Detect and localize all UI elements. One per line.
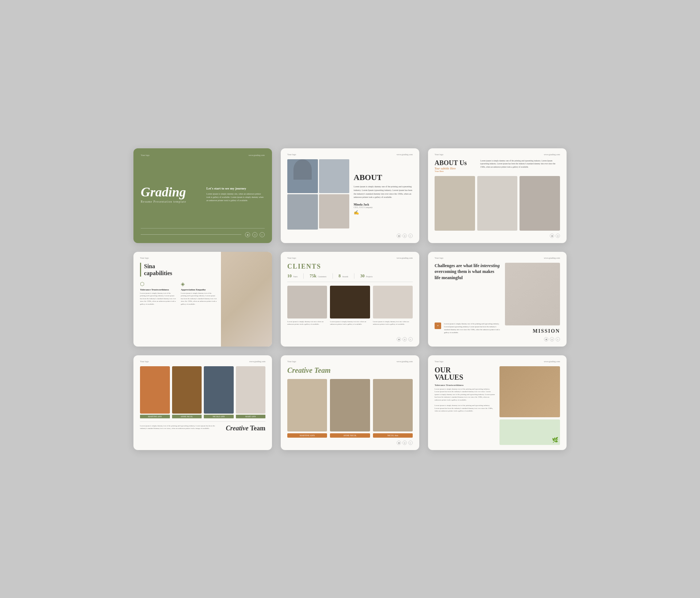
tm-photo-4 bbox=[236, 366, 266, 414]
slide-9-left: OUR VALUES Tolerance Trustworthiness Lor… bbox=[435, 366, 495, 445]
cap-item-1: ⬡ Tolerance Trustworthiness Lorem ipsum … bbox=[140, 281, 176, 306]
slide-1-main-title: Grading bbox=[141, 185, 199, 199]
slide-1-right-heading: Let's start to see my journey bbox=[206, 186, 265, 191]
slide-9-our-values: Your logo www.grading.com OUR VALUES Tol… bbox=[428, 355, 567, 450]
member-s8-1: MARTINE ANN bbox=[287, 379, 327, 438]
tm-photo-1 bbox=[140, 366, 170, 414]
slide-7-bottom-text: Lorem ipsum is simply dummy text of the … bbox=[140, 425, 222, 430]
cap-text-2: Lorem ipsum is simply dummy text of the … bbox=[181, 292, 217, 306]
slide-6-topbar: Your logo www.grading.com bbox=[435, 257, 560, 259]
s2-instagram-icon: ▣ bbox=[397, 234, 401, 238]
member-s8-3: NICOL Ann bbox=[373, 379, 413, 438]
photo-2 bbox=[319, 194, 350, 228]
slide-9-photo bbox=[499, 366, 560, 417]
member-name-s8-1: MARTINE ANN bbox=[287, 433, 327, 438]
slide-1-content: Grading Resume Presentation template Let… bbox=[141, 161, 265, 228]
stat-3: 8 Awards bbox=[339, 273, 349, 279]
slide-2-about: Your logo www.grading.com ABOUT Lorem ip… bbox=[281, 148, 419, 243]
slide-4-sina: Your logo Sina capabilities ⬡ Tolerance … bbox=[133, 252, 272, 347]
slide-2-body: Lorem ipsum is simply dummy one of the p… bbox=[354, 185, 413, 199]
slide-9-content: OUR VALUES Tolerance Trustworthiness Lor… bbox=[435, 366, 560, 445]
slide-1-topbar: Your logo www.grading.com bbox=[141, 154, 265, 156]
slide-9-logo: Your logo bbox=[435, 360, 443, 363]
tm-photo-3 bbox=[204, 366, 234, 414]
slide-2-url: www.grading.com bbox=[397, 153, 413, 156]
slide-2-logo: Your logo bbox=[287, 153, 296, 156]
member-photo-s8-3 bbox=[373, 379, 413, 431]
slide-7-topbar: Your logo www.grading.com bbox=[140, 360, 265, 363]
cap-icon-2: ◈ bbox=[181, 281, 217, 287]
slide-6-mission-text: Lorem ipsum is simply dummy one of the p… bbox=[444, 323, 501, 334]
member-photo-s8-2 bbox=[330, 379, 370, 431]
team-member-3: NICOLE ANN bbox=[204, 366, 234, 418]
slide-1-divider bbox=[141, 234, 241, 235]
slide-4-title: Sina capabilities bbox=[140, 263, 217, 277]
slide-grid: Your logo www.grading.com Grading Resume… bbox=[133, 148, 567, 450]
cap-item-2: ◈ Appreciation Empathy Lorem ipsum is si… bbox=[181, 281, 217, 306]
slide-3-here: Your Here bbox=[435, 170, 474, 172]
slide-5-bottom: ▣ ◎ ▷ bbox=[287, 334, 413, 341]
client-text-3: Lorem ipsum is simply dummy text nice wh… bbox=[373, 320, 413, 326]
slide-6-mission-block: ≡ Lorem ipsum is simply dummy one of the… bbox=[435, 323, 501, 334]
s2-linkedin-icon: ▷ bbox=[408, 234, 413, 238]
slide-4-left: Your logo Sina capabilities ⬡ Tolerance … bbox=[140, 257, 217, 341]
member-photo-s8-1 bbox=[287, 379, 327, 431]
slide-1-logo: Your logo bbox=[141, 154, 149, 156]
member-name-s8-3: NICOL Ann bbox=[373, 433, 413, 438]
team-member-4: MART ANN bbox=[236, 366, 266, 418]
slide-7-creative-title: Creative Team bbox=[226, 425, 266, 432]
slide-9-val-text1: Lorem ipsum is simply dummy text of the … bbox=[435, 388, 495, 402]
client-photo-1 bbox=[287, 286, 327, 318]
s3-photo-1 bbox=[435, 176, 475, 231]
client-card-1: Lorem ipsum is simply dummy text nice wh… bbox=[287, 286, 327, 334]
slide-1-subtitle: Resume Presentation template bbox=[141, 200, 199, 203]
stat-div-3 bbox=[354, 273, 354, 279]
slide-8-topbar: Your logo www.grading.com bbox=[287, 360, 413, 363]
slide-3-about-section: ABOUT Us Your subtitle Here Your Here Lo… bbox=[435, 159, 560, 172]
slide-6-url: www.grading.com bbox=[544, 257, 560, 259]
slide-4-caps: ⬡ Tolerance Trustworthiness Lorem ipsum … bbox=[140, 281, 217, 306]
slide-8-title: Creative Team bbox=[287, 366, 413, 375]
slide-3-bottom: ▣ ◎ bbox=[435, 231, 560, 238]
slide-3-au-title: ABOUT Us bbox=[435, 159, 474, 167]
slide-6-challenge: Challenges are what life interesting ove… bbox=[435, 263, 501, 281]
s5-twitter-icon: ◎ bbox=[402, 337, 407, 341]
slide-1-grading: Your logo www.grading.com Grading Resume… bbox=[133, 148, 272, 243]
stat-4-label: Projects bbox=[366, 275, 373, 278]
slide-7-logo: Your logo bbox=[140, 360, 149, 363]
slide-5-title: CLIENTS bbox=[287, 263, 413, 270]
stat-2-num: 75k bbox=[310, 273, 316, 279]
slide-6-mission: Your logo www.grading.com Challenges are… bbox=[428, 252, 567, 347]
stat-4-num: 30 bbox=[360, 273, 365, 279]
slide-6-mission-title: MISSION bbox=[505, 328, 560, 334]
slide-1-right-text: Lorem ipsum is simply dummy site, when a… bbox=[206, 192, 265, 202]
cap-icon-1: ⬡ bbox=[140, 281, 176, 287]
slide-3-url: www.grading.com bbox=[544, 153, 560, 156]
twitter-icon: ◎ bbox=[252, 232, 257, 237]
slide-7-url: www.grading.com bbox=[249, 360, 265, 363]
team-member-1: MARTINE ANN bbox=[140, 366, 170, 418]
stat-div-2 bbox=[332, 273, 333, 279]
slide-1-title-block: Grading Resume Presentation template bbox=[141, 185, 199, 203]
slide-2-photo-grid bbox=[287, 159, 349, 231]
slide-7-bottom-section: Lorem ipsum is simply dummy text of the … bbox=[140, 421, 265, 432]
slide-8-creative-team-detail: Your logo www.grading.com Creative Team … bbox=[281, 355, 419, 450]
slide-6-left: Challenges are what life interesting ove… bbox=[435, 263, 501, 334]
slide-3-logo: Your logo bbox=[435, 153, 443, 156]
slide-6-right: MISSION bbox=[505, 263, 560, 334]
stat-1-label: Years bbox=[293, 275, 298, 278]
client-photo-3 bbox=[373, 286, 413, 318]
slide-3-title-area: ABOUT Us Your subtitle Here Your Here bbox=[435, 159, 474, 172]
slide-2-name: Minola Jack bbox=[354, 203, 413, 206]
s8-linkedin-icon: ▷ bbox=[408, 441, 413, 445]
stat-div-1 bbox=[303, 273, 304, 279]
slide-6-logo: Your logo bbox=[435, 257, 443, 259]
slide-9-plant bbox=[499, 419, 560, 445]
client-text-1: Lorem ipsum is simply dummy text nice wh… bbox=[287, 320, 327, 326]
slide-5-url: www.grading.com bbox=[397, 257, 413, 259]
slide-3-topbar: Your logo www.grading.com bbox=[435, 153, 560, 156]
slide-2-bottom: ▣ ◎ ▷ bbox=[287, 231, 413, 238]
slide-2-position: CEO, XYZ Company bbox=[354, 206, 413, 208]
slide-5-grid: Lorem ipsum is simply dummy text nice wh… bbox=[287, 286, 413, 334]
slide-8-url: www.grading.com bbox=[397, 360, 413, 363]
